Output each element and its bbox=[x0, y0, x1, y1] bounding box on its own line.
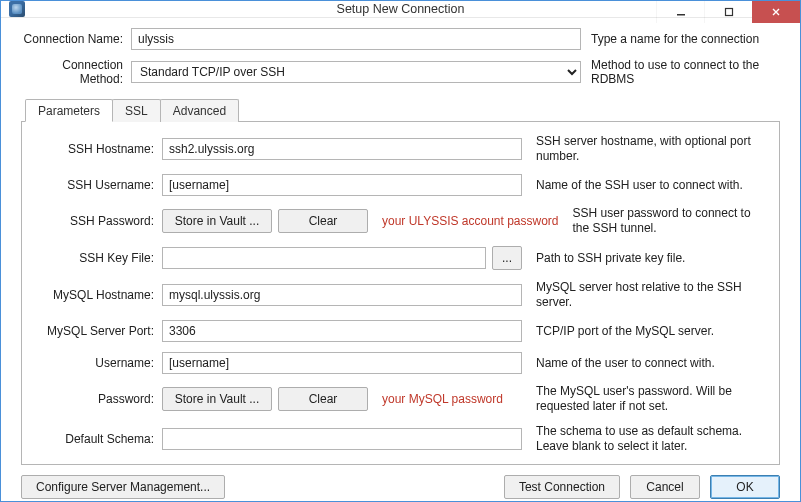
cancel-button[interactable]: Cancel bbox=[630, 475, 700, 499]
ssh-keyfile-hint: Path to SSH private key file. bbox=[522, 251, 769, 266]
ssh-hostname-input[interactable] bbox=[162, 138, 522, 160]
ssh-username-label: SSH Username: bbox=[32, 178, 162, 192]
mysql-port-label: MySQL Server Port: bbox=[32, 324, 162, 338]
password-note: your MySQL password bbox=[374, 392, 503, 406]
username-hint: Name of the user to connect with. bbox=[522, 356, 769, 371]
ssh-keyfile-row: SSH Key File: ... Path to SSH private ke… bbox=[32, 246, 769, 270]
svg-rect-1 bbox=[725, 9, 732, 16]
ssh-keyfile-input[interactable] bbox=[162, 247, 486, 269]
footer: Configure Server Management... Test Conn… bbox=[1, 465, 800, 502]
content-area: Connection Name: Type a name for the con… bbox=[1, 18, 800, 465]
ssh-keyfile-label: SSH Key File: bbox=[32, 251, 162, 265]
password-row: Password: Store in Vault ... Clear your … bbox=[32, 384, 769, 414]
svg-rect-0 bbox=[677, 14, 685, 16]
ssh-hostname-hint: SSH server hostname, with optional port … bbox=[522, 134, 769, 164]
ssh-password-clear-button[interactable]: Clear bbox=[278, 209, 368, 233]
ssh-password-store-button[interactable]: Store in Vault ... bbox=[162, 209, 272, 233]
username-input[interactable] bbox=[162, 352, 522, 374]
titlebar: Setup New Connection bbox=[1, 1, 800, 18]
close-button[interactable] bbox=[752, 1, 800, 23]
connection-method-row: Connection Method: Standard TCP/IP over … bbox=[21, 58, 780, 86]
username-label: Username: bbox=[32, 356, 162, 370]
tabstrip: Parameters SSL Advanced bbox=[25, 98, 780, 121]
window-controls bbox=[656, 1, 800, 23]
ssh-keyfile-browse-button[interactable]: ... bbox=[492, 246, 522, 270]
mysql-hostname-hint: MySQL server host relative to the SSH se… bbox=[522, 280, 769, 310]
mysql-hostname-row: MySQL Hostname: MySQL server host relati… bbox=[32, 280, 769, 310]
minimize-button[interactable] bbox=[656, 1, 704, 23]
maximize-button[interactable] bbox=[704, 1, 752, 23]
password-store-button[interactable]: Store in Vault ... bbox=[162, 387, 272, 411]
ssh-password-label: SSH Password: bbox=[32, 214, 162, 228]
default-schema-hint: The schema to use as default schema. Lea… bbox=[522, 424, 769, 454]
connection-name-label: Connection Name: bbox=[21, 32, 131, 46]
ssh-password-hint: SSH user password to connect to the SSH … bbox=[559, 206, 769, 236]
ssh-password-note: your ULYSSIS account password bbox=[374, 214, 559, 228]
connection-name-input[interactable] bbox=[131, 28, 581, 50]
tab-advanced[interactable]: Advanced bbox=[160, 99, 239, 122]
ssh-hostname-row: SSH Hostname: SSH server hostname, with … bbox=[32, 134, 769, 164]
window: Setup New Connection Connection Name: Ty… bbox=[0, 0, 801, 502]
ssh-username-hint: Name of the SSH user to connect with. bbox=[522, 178, 769, 193]
connection-name-row: Connection Name: Type a name for the con… bbox=[21, 28, 780, 50]
connection-method-hint: Method to use to connect to the RDBMS bbox=[581, 58, 780, 86]
connection-method-select[interactable]: Standard TCP/IP over SSH bbox=[131, 61, 581, 83]
mysql-hostname-input[interactable] bbox=[162, 284, 522, 306]
ssh-username-row: SSH Username: Name of the SSH user to co… bbox=[32, 174, 769, 196]
username-row: Username: Name of the user to connect wi… bbox=[32, 352, 769, 374]
default-schema-label: Default Schema: bbox=[32, 432, 162, 446]
password-label: Password: bbox=[32, 392, 162, 406]
tabs-container: Parameters SSL Advanced SSH Hostname: SS… bbox=[21, 98, 780, 465]
tab-panel-parameters: SSH Hostname: SSH server hostname, with … bbox=[21, 121, 780, 465]
tab-ssl[interactable]: SSL bbox=[112, 99, 161, 122]
password-clear-button[interactable]: Clear bbox=[278, 387, 368, 411]
ssh-hostname-label: SSH Hostname: bbox=[32, 142, 162, 156]
mysql-hostname-label: MySQL Hostname: bbox=[32, 288, 162, 302]
mysql-port-input[interactable] bbox=[162, 320, 522, 342]
test-connection-button[interactable]: Test Connection bbox=[504, 475, 620, 499]
ok-button[interactable]: OK bbox=[710, 475, 780, 499]
connection-name-hint: Type a name for the connection bbox=[581, 32, 780, 46]
mysql-port-row: MySQL Server Port: TCP/IP port of the My… bbox=[32, 320, 769, 342]
configure-server-button[interactable]: Configure Server Management... bbox=[21, 475, 225, 499]
default-schema-input[interactable] bbox=[162, 428, 522, 450]
tab-parameters[interactable]: Parameters bbox=[25, 99, 113, 122]
connection-method-label: Connection Method: bbox=[21, 58, 131, 86]
password-hint: The MySQL user's password. Will be reque… bbox=[522, 384, 769, 414]
ssh-username-input[interactable] bbox=[162, 174, 522, 196]
default-schema-row: Default Schema: The schema to use as def… bbox=[32, 424, 769, 454]
ssh-password-row: SSH Password: Store in Vault ... Clear y… bbox=[32, 206, 769, 236]
mysql-port-hint: TCP/IP port of the MySQL server. bbox=[522, 324, 769, 339]
